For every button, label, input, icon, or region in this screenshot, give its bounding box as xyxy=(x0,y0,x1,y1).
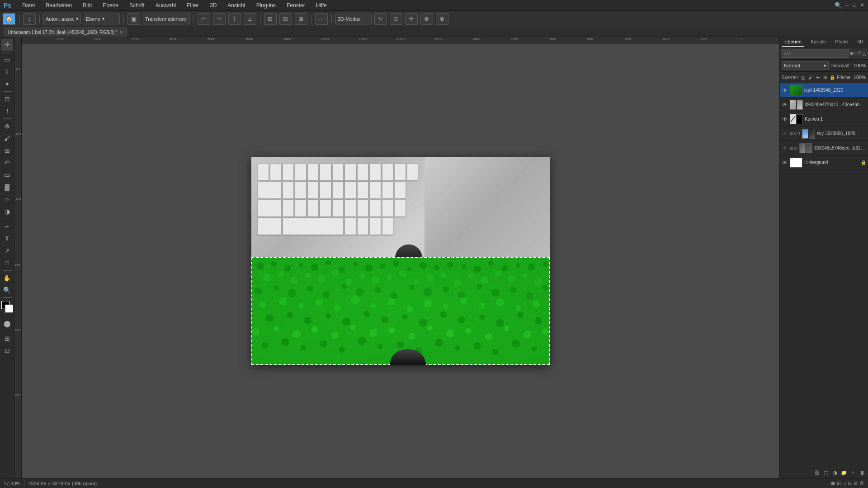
background-color[interactable] xyxy=(5,305,13,313)
layer-visibility-toggle[interactable]: 👁 xyxy=(782,116,788,122)
rotate-3d-btn[interactable]: ↻ xyxy=(374,13,387,25)
shape-tool[interactable]: □ xyxy=(1,257,13,269)
menu-3d[interactable]: 3D xyxy=(208,2,218,9)
eyedropper-tool[interactable]: ⁞ xyxy=(1,105,13,117)
menu-bild[interactable]: Bild xyxy=(81,2,94,9)
layer-filter-kind-btn[interactable]: ⊞ xyxy=(849,49,854,58)
hand-tool[interactable]: ✋ xyxy=(1,272,13,284)
pen-tool[interactable]: ⌐ xyxy=(1,221,13,232)
zoom-tool[interactable]: 🔍 xyxy=(1,284,13,296)
artboard-btn[interactable]: ⊟ xyxy=(1,345,13,357)
blur-tool[interactable]: ○ xyxy=(1,193,13,205)
lock-all-btn[interactable]: 🔒 xyxy=(830,73,835,81)
link-layers-btn[interactable]: ⛓ xyxy=(813,469,821,477)
3d-extra-btn[interactable]: ⊗ xyxy=(436,13,448,25)
lock-artboard-btn[interactable]: ⊞ xyxy=(822,73,828,81)
status-icon-3[interactable]: □ xyxy=(843,480,846,486)
lasso-tool[interactable]: ⌇ xyxy=(1,66,13,78)
layer-item[interactable]: 👁 ⊞ ⊙ 306048a5746dec...b3172fb3a6c08 xyxy=(780,141,868,155)
color-swatches[interactable] xyxy=(1,301,13,313)
add-mask-btn[interactable]: ⬚ xyxy=(822,469,830,477)
tab-ebenen[interactable]: Ebenen xyxy=(782,37,804,47)
transform-dropdown[interactable]: Transformationsstr. xyxy=(143,14,190,24)
tab-close-btn[interactable]: ✕ xyxy=(119,30,123,35)
lock-transparent-btn[interactable]: ▨ xyxy=(800,73,806,81)
checkbox-btn[interactable]: ▣ xyxy=(127,13,140,25)
spot-heal-tool[interactable]: ⊕ xyxy=(1,120,13,132)
align-left-btn[interactable]: ⊢ xyxy=(198,13,210,25)
status-icon-1[interactable]: ◼ xyxy=(831,480,835,486)
layer-visibility-toggle[interactable]: 👁 xyxy=(782,131,788,137)
pan-btn[interactable]: ✛ xyxy=(405,13,418,25)
menu-bearbeiten[interactable]: Bearbeiten xyxy=(44,2,74,9)
layer-item[interactable]: 👁 ⊞ ⊙ 3 sky-3023856_1920... xyxy=(780,127,868,141)
more-btn[interactable]: ··· xyxy=(315,13,328,25)
history-brush-tool[interactable]: ↶ xyxy=(1,157,13,169)
marquee-tool[interactable]: ▭ xyxy=(1,54,13,66)
add-layer-btn[interactable]: + xyxy=(849,469,857,477)
document-tab[interactable]: Unbenannt-1 bei 17,3% (leaf-1482948_1920… xyxy=(4,28,127,37)
layer-visibility-toggle[interactable]: 👁 xyxy=(782,145,788,151)
layer-item[interactable]: 👁 Kurven 1 xyxy=(780,112,868,127)
tab-3d[interactable]: 3D xyxy=(854,37,866,47)
layer-filter-type-btn[interactable]: T xyxy=(859,49,862,58)
tab-pfade[interactable]: Pfade xyxy=(832,37,851,47)
layer-filter-pixel-btn[interactable]: □ xyxy=(854,49,858,58)
quick-mask-btn[interactable]: ⬤ xyxy=(1,318,13,329)
align-bottom-btn[interactable]: ⊥ xyxy=(244,13,256,25)
add-group-btn[interactable]: 📁 xyxy=(840,469,848,477)
brush-tool[interactable]: 🖌 xyxy=(1,132,13,144)
screen-mode-btn[interactable]: ⊞ xyxy=(1,333,13,344)
menu-datei[interactable]: Datei xyxy=(20,2,37,9)
zoom-3d-btn[interactable]: ⊕ xyxy=(420,13,433,25)
menu-hilfe[interactable]: Hilfe xyxy=(314,2,329,9)
layer-search-input[interactable] xyxy=(782,49,849,58)
search-icon[interactable]: 🔍 xyxy=(835,2,842,9)
crop-tool[interactable]: ⊡ xyxy=(1,93,13,105)
move-tool[interactable]: ✛ xyxy=(1,39,13,51)
tab-kanaele[interactable]: Kanäle xyxy=(808,37,829,47)
type-tool[interactable]: T xyxy=(1,233,13,244)
close-button[interactable]: ✕ xyxy=(860,2,864,9)
blend-mode-dropdown[interactable]: Normal ▾ xyxy=(782,61,829,70)
menu-ansicht[interactable]: Ansicht xyxy=(226,2,247,9)
status-icon-2[interactable]: ⊞ xyxy=(837,480,841,486)
stamp-tool[interactable]: ⊞ xyxy=(1,145,13,156)
ebene-dropdown[interactable]: Ebene ▾ xyxy=(84,14,120,24)
minimize-button[interactable]: ─ xyxy=(845,2,849,9)
status-icon-4[interactable]: ⊟ xyxy=(848,480,852,486)
lock-position-btn[interactable]: ✛ xyxy=(815,73,821,81)
eraser-tool[interactable]: ▭ xyxy=(1,169,13,181)
auto-select-dropdown[interactable]: Auton. ausw. ▾ xyxy=(43,14,81,24)
menu-auswahl[interactable]: Auswahl xyxy=(154,2,178,9)
distribute-v-btn[interactable]: ⊟ xyxy=(279,13,292,25)
home-button[interactable]: 🏠 xyxy=(3,13,15,25)
layer-item[interactable]: 👁 leaf-1482948_1920 xyxy=(780,83,868,98)
layer-visibility-toggle[interactable]: 👁 xyxy=(782,102,788,108)
menu-plugins[interactable]: Plug-ins xyxy=(255,2,278,9)
align-top-btn[interactable]: ⊤ xyxy=(228,13,241,25)
orbit-btn[interactable]: ⊙ xyxy=(390,13,402,25)
dodge-tool[interactable]: ◑ xyxy=(1,206,13,217)
layer-item[interactable]: 👁 Hintergrund 🔒 xyxy=(780,155,868,170)
align-center-btn[interactable]: ⊣ xyxy=(213,13,226,25)
distribute-btn[interactable]: ⊠ xyxy=(295,13,307,25)
delete-layer-btn[interactable]: 🗑 xyxy=(858,469,866,477)
distribute-h-btn[interactable]: ⊞ xyxy=(264,13,277,25)
status-icon-5[interactable]: ⊠ xyxy=(854,480,858,486)
maximize-button[interactable]: □ xyxy=(853,2,856,9)
move-tool-btn[interactable]: ↕ xyxy=(23,13,36,25)
add-adjustment-btn[interactable]: ◑ xyxy=(831,469,839,477)
magic-wand-tool[interactable]: ✦ xyxy=(1,78,13,90)
path-select-tool[interactable]: ↗ xyxy=(1,245,13,257)
menu-schrift[interactable]: Schrift xyxy=(127,2,146,9)
layer-visibility-toggle[interactable]: 👁 xyxy=(782,87,788,94)
gradient-tool[interactable]: ▓ xyxy=(1,181,13,193)
menu-filter[interactable]: Filter xyxy=(185,2,201,9)
layer-visibility-toggle[interactable]: 👁 xyxy=(782,160,788,166)
lock-image-btn[interactable]: 🖌 xyxy=(808,73,814,81)
menu-ebene[interactable]: Ebene xyxy=(101,2,120,9)
layer-item[interactable]: 👁 09c540a4f70d13...43ce46bd18f3f2 xyxy=(780,98,868,112)
layer-filter-shape-btn[interactable]: △ xyxy=(862,49,866,58)
3d-mode-dropdown[interactable]: 3D-Modus xyxy=(335,14,372,24)
